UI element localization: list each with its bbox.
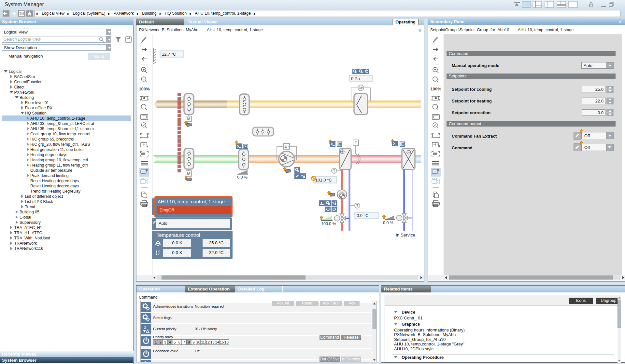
svg-text:7: 7 <box>183 340 185 344</box>
svg-text:14: 14 <box>215 340 219 344</box>
svg-text:PXNetwork: PXNetwork <box>14 90 35 95</box>
svg-text:Peak demand limiting: Peak demand limiting <box>30 173 69 178</box>
svg-text:12: 12 <box>206 340 210 344</box>
svg-text:BACnetSim: BACnetSim <box>14 74 35 79</box>
svg-text:Heating degree days: Heating degree days <box>30 153 67 157</box>
svg-text:TRANetwork: TRANetwork <box>14 241 37 246</box>
svg-text:M: M <box>187 171 191 176</box>
svg-text:AHU 33, temp_&hum_ctrl,ERC str: AHU 33, temp_&hum_ctrl,ERC strat <box>30 121 94 126</box>
svg-text:Floor offline RX: Floor offline RX <box>25 106 53 110</box>
svg-text:In Service: In Service <box>396 233 415 237</box>
svg-text:List of different object: List of different object <box>25 194 63 199</box>
svg-text:H/C group 65, precontrol: H/C group 65, precontrol <box>30 137 74 142</box>
svg-text:1: 1 <box>155 340 157 344</box>
svg-text:TRA_With_NotUsed: TRA_With_NotUsed <box>14 236 50 240</box>
svg-text:AHU 35, temp_&hum_ctrl,1-st,ro: AHU 35, temp_&hum_ctrl,1-st,room <box>30 127 94 131</box>
svg-text:HQ Solution: HQ Solution <box>25 111 47 115</box>
svg-text:TRA_H1_ATEC: TRA_H1_ATEC <box>14 231 42 235</box>
svg-text:AHU 10, temp_control, 1-stage: AHU 10, temp_control, 1-stage <box>30 116 85 121</box>
svg-text:Reset Heating degree days: Reset Heating degree days <box>30 184 79 188</box>
svg-text:2: 2 <box>160 340 162 344</box>
svg-text:3: 3 <box>164 340 166 344</box>
svg-text:T: T <box>355 141 357 145</box>
svg-text:TRANetwork116: TRANetwork116 <box>14 246 43 251</box>
svg-text:100%: 100% <box>430 87 441 91</box>
svg-text:Reset Heating degree days: Reset Heating degree days <box>30 179 79 183</box>
svg-text:Floor level 01: Floor level 01 <box>25 101 49 105</box>
svg-text:100.0 %: 100.0 % <box>321 222 336 226</box>
svg-text:15: 15 <box>220 340 224 344</box>
svg-text:Supervisory: Supervisory <box>20 220 41 225</box>
svg-text:0.0 %: 0.0 % <box>237 175 248 180</box>
svg-text:10: 10 <box>196 340 200 344</box>
svg-text:9: 9 <box>192 340 194 344</box>
svg-text:H/C grp_20, flow temp_ctrl, TA: H/C grp_20, flow temp_ctrl, TABS <box>30 142 90 147</box>
svg-text:4: 4 <box>169 340 171 344</box>
svg-text:∆P: ∆P <box>285 145 289 148</box>
svg-text:Heating group 11, flow temp_ct: Heating group 11, flow temp_ctrl <box>30 163 88 168</box>
svg-text:Outside air temperature: Outside air temperature <box>30 168 72 173</box>
svg-text:CentralFunction: CentralFunction <box>14 80 43 84</box>
svg-text:Citect: Citect <box>14 85 25 89</box>
svg-text:8: 8 <box>188 340 190 344</box>
svg-text:Heating group 10, flow temp_ct: Heating group 10, flow temp_ctrl <box>30 158 88 162</box>
svg-text:13: 13 <box>210 340 214 344</box>
svg-text:∆P: ∆P <box>359 87 363 90</box>
svg-text:1: 1 <box>144 325 146 330</box>
svg-text:6: 6 <box>178 340 180 344</box>
svg-text:5: 5 <box>174 340 176 344</box>
svg-text:List of PX Block: List of PX Block <box>25 199 53 204</box>
svg-text:11: 11 <box>201 340 205 344</box>
svg-text:Building 05: Building 05 <box>20 210 39 214</box>
svg-text:Heat generation 11, one boiler: Heat generation 11, one boiler <box>30 147 84 152</box>
svg-text:0.0 %: 0.0 % <box>383 221 393 225</box>
svg-text:M: M <box>187 117 191 121</box>
svg-text:Logical: Logical <box>9 69 21 74</box>
svg-text:Trend for Heating DegreDay: Trend for Heating DegreDay <box>30 189 81 194</box>
svg-text:Trend: Trend <box>25 205 36 209</box>
svg-text:Global: Global <box>20 215 31 220</box>
svg-text:Building: Building <box>20 95 34 100</box>
svg-text:16: 16 <box>225 340 229 344</box>
svg-text:Cool_group 10, flow temp_contr: Cool_group 10, flow temp_control <box>30 132 90 136</box>
svg-text:TRA_ATEC_H1: TRA_ATEC_H1 <box>14 225 42 230</box>
svg-text:100%: 100% <box>139 87 150 91</box>
